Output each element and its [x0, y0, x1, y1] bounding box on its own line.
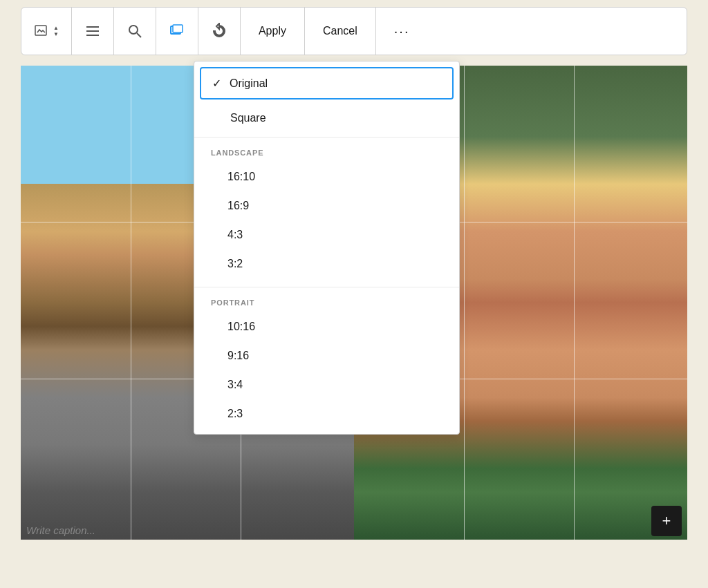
list-button[interactable] — [72, 8, 114, 55]
dropdown-item-3-2[interactable]: 3:2 — [194, 249, 459, 278]
dropdown-item-original[interactable]: ✓ Original — [200, 67, 454, 99]
image-nav-button[interactable]: ▲ ▼ — [21, 8, 72, 55]
more-button[interactable]: ··· — [376, 8, 428, 55]
add-button[interactable]: + — [651, 506, 682, 536]
search-button[interactable] — [114, 8, 156, 55]
toolbar: ▲ ▼ Apply Cancel — [21, 7, 687, 55]
aspect-ratio-dropdown: ✓ Original Square LANDSCAPE 16:10 16:9 4… — [194, 61, 460, 435]
portrait-items: 10:16 9:16 3:4 2:3 — [194, 310, 459, 434]
dropdown-item-label: Original — [230, 77, 268, 90]
dropdown-item-3-4[interactable]: 3:4 — [194, 370, 459, 399]
dropdown-item-2-3[interactable]: 2:3 — [194, 399, 459, 428]
section-landscape: LANDSCAPE — [194, 137, 459, 160]
svg-rect-7 — [173, 25, 183, 32]
section-portrait: PORTRAIT — [194, 287, 459, 310]
dropdown-item-label: Square — [230, 112, 266, 124]
cancel-button[interactable]: Cancel — [305, 8, 376, 55]
rotate-button[interactable] — [198, 8, 241, 55]
dropdown-item-square[interactable]: Square — [194, 102, 459, 134]
checkmark-icon: ✓ — [212, 77, 221, 90]
landscape-items: 16:10 16:9 4:3 3:2 — [194, 160, 459, 284]
svg-point-4 — [129, 26, 138, 34]
dropdown-item-9-16[interactable]: 9:16 — [194, 341, 459, 370]
dropdown-item-10-16[interactable]: 10:16 — [194, 312, 459, 341]
dropdown-item-4-3[interactable]: 4:3 — [194, 220, 459, 249]
dropdown-item-16-9[interactable]: 16:9 — [194, 191, 459, 220]
svg-line-5 — [137, 33, 141, 37]
apply-button[interactable]: Apply — [241, 8, 305, 55]
caption[interactable]: Write caption... — [26, 524, 95, 536]
dropdown-item-16-10[interactable]: 16:10 — [194, 162, 459, 191]
crop-button[interactable] — [156, 8, 198, 55]
